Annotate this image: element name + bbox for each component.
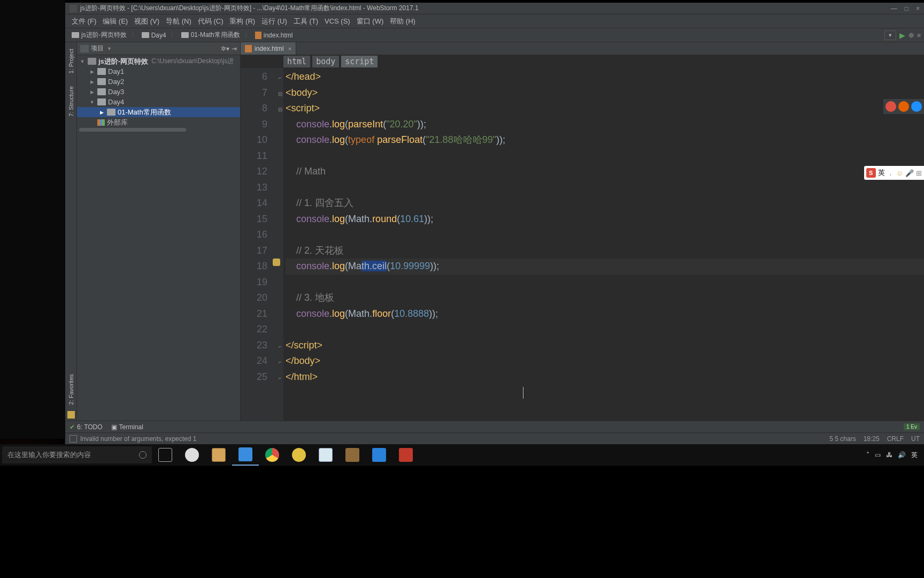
tool-tab-structure[interactable]: 7: Structure <box>67 82 75 121</box>
menu-file[interactable]: 文件 (F) <box>68 15 99 28</box>
tree-external-libs[interactable]: 外部库 <box>77 117 240 127</box>
tree-day1[interactable]: Day1 <box>77 66 240 77</box>
ime-mic-icon[interactable]: 🎤 <box>905 169 914 177</box>
editor-tab-index[interactable]: index.html × <box>241 42 296 55</box>
tool-terminal[interactable]: ▣Terminal <box>111 423 143 431</box>
project-title: 项目 <box>91 44 104 53</box>
debug-icon[interactable]: ⬢ <box>908 32 914 39</box>
nav-crumb-math[interactable]: 01-Math常用函数 <box>178 29 243 41</box>
taskbar-app-7[interactable] <box>339 444 366 466</box>
status-encoding[interactable]: UT <box>911 435 920 443</box>
line-number: 13 <box>241 180 267 196</box>
tree-day4[interactable]: Day4 <box>77 97 240 107</box>
menu-tools[interactable]: 工具 (T) <box>290 15 321 28</box>
minimize-button[interactable]: — <box>891 5 897 12</box>
tree-label: Day4 <box>108 98 124 106</box>
tray-network-icon[interactable]: 🖧 <box>886 451 892 459</box>
folder-icon <box>142 32 149 38</box>
collapse-icon[interactable]: ⇥ <box>232 45 237 52</box>
folder-icon <box>97 98 106 105</box>
tool-tab-project[interactable]: 1: Project <box>67 44 75 78</box>
dropdown-icon[interactable]: ▼ <box>107 46 112 51</box>
status-position[interactable]: 18:25 <box>864 435 880 443</box>
maximize-button[interactable]: □ <box>905 5 908 12</box>
menu-help[interactable]: 帮助 (H) <box>387 15 419 28</box>
star-icon[interactable] <box>67 411 75 419</box>
horizontal-scrollbar[interactable] <box>77 127 240 133</box>
menu-code[interactable]: 代码 (C) <box>195 15 227 28</box>
taskbar-app-webstorm[interactable] <box>232 444 259 466</box>
chrome-icon[interactable] <box>886 101 896 112</box>
menu-view[interactable]: 视图 (V) <box>131 15 163 28</box>
tray-volume-icon[interactable]: 🔊 <box>898 451 906 459</box>
nav-crumb-root[interactable]: js进阶-网页特效 <box>68 29 130 41</box>
line-number: 16 <box>241 227 267 243</box>
close-button[interactable]: × <box>916 5 920 12</box>
taskbar-app-explorer[interactable] <box>366 444 392 466</box>
tree-day2[interactable]: Day2 <box>77 77 240 87</box>
run-config-dropdown[interactable]: ▼ <box>884 31 896 40</box>
close-tab-icon[interactable]: × <box>288 45 291 52</box>
safari-icon[interactable] <box>911 101 922 112</box>
crumb-script[interactable]: script <box>341 56 378 67</box>
task-view-button[interactable] <box>152 444 179 466</box>
fold-column[interactable]: ⌐⊟⊟ ⌐⌐⌐ <box>277 68 283 421</box>
nav-crumb-file[interactable]: index.html <box>252 31 296 40</box>
taskbar-app-recorder[interactable] <box>392 444 419 466</box>
ime-comma[interactable]: ， <box>887 168 894 178</box>
menu-window[interactable]: 窗口 (W) <box>353 15 387 28</box>
nav-crumb-day4[interactable]: Day4 <box>138 31 170 40</box>
crumb-html[interactable]: html <box>283 56 310 67</box>
status-icon[interactable] <box>70 435 77 443</box>
menu-refactor[interactable]: 重构 (R) <box>226 15 258 28</box>
chevron-right-icon: 〉 <box>131 31 137 40</box>
event-log-badge[interactable]: 1 Ev <box>904 423 920 430</box>
settings-icon[interactable]: ✲▾ <box>221 45 229 52</box>
sogou-icon[interactable]: S <box>866 168 876 178</box>
tree-day3[interactable]: Day3 <box>77 87 240 97</box>
ime-emoji-icon[interactable]: ☺ <box>896 169 903 177</box>
titlebar[interactable]: js进阶-网页特效 - [C:\Users\dxuan\Desktop\js进阶… <box>65 3 924 14</box>
taskbar-app-5[interactable] <box>286 444 312 466</box>
tool-todo[interactable]: ✔6: TODO <box>70 423 103 431</box>
stop-icon[interactable]: ■ <box>917 32 921 39</box>
crumb-body[interactable]: body <box>312 56 339 67</box>
code-content[interactable]: </head> <body> <script> console.log(pars… <box>283 68 924 421</box>
ime-more-icon[interactable]: ⊞ <box>916 169 922 177</box>
project-tree[interactable]: js进阶-网页特效C:\Users\dxuan\Desktop\js进 Day1… <box>77 55 240 421</box>
taskbar-app-chrome[interactable] <box>259 444 286 466</box>
menubar: 文件 (F) 编辑 (E) 视图 (V) 导航 (N) 代码 (C) 重构 (R… <box>65 14 924 28</box>
code-editor[interactable]: 6 7 8 9 10 11 12 13 14 15 16 17 18 19 20… <box>241 68 924 421</box>
tool-tab-favorites[interactable]: 2: Favorites <box>67 370 75 409</box>
status-line-separator[interactable]: CRLF <box>887 435 904 443</box>
taskbar-search[interactable]: 在这里输入你要搜索的内容 <box>2 446 152 463</box>
tray-chevron-icon[interactable]: ˄ <box>866 451 869 459</box>
scrollbar-thumb[interactable] <box>79 128 186 132</box>
project-view-icon[interactable] <box>80 45 89 52</box>
firefox-icon[interactable] <box>898 101 909 112</box>
tray-battery-icon[interactable]: ▭ <box>875 451 881 459</box>
ime-lang[interactable]: 英 <box>878 168 885 178</box>
menu-vcs[interactable]: VCS (S) <box>321 16 353 27</box>
desktop-background <box>0 0 65 444</box>
chevron-right-icon: 〉 <box>244 31 251 40</box>
line-number: 22 <box>241 322 267 338</box>
ime-toolbar[interactable]: S 英 ， ☺ 🎤 ⊞ <box>864 166 924 180</box>
taskbar-app-notepad[interactable] <box>312 444 339 466</box>
tree-root[interactable]: js进阶-网页特效C:\Users\dxuan\Desktop\js进 <box>77 56 240 66</box>
menu-navigate[interactable]: 导航 (N) <box>163 15 195 28</box>
menu-run[interactable]: 运行 (U) <box>258 15 290 28</box>
taskbar-app-1[interactable] <box>179 444 205 466</box>
offscreen-area <box>0 466 924 578</box>
folder-icon <box>72 32 79 38</box>
tree-label: Day2 <box>108 78 124 86</box>
cortana-mic-icon[interactable] <box>139 451 147 459</box>
tray-ime[interactable]: 英 <box>911 451 918 460</box>
tree-math-folder[interactable]: 01-Math常用函数 <box>77 107 240 117</box>
intention-bulb-icon[interactable] <box>273 258 280 266</box>
taskbar-app-folder[interactable] <box>205 444 232 466</box>
tree-label: Day1 <box>108 67 124 75</box>
menu-edit[interactable]: 编辑 (E) <box>99 15 131 28</box>
run-icon[interactable]: ▶ <box>899 31 905 40</box>
line-gutter[interactable]: 6 7 8 9 10 11 12 13 14 15 16 17 18 19 20… <box>241 68 277 421</box>
